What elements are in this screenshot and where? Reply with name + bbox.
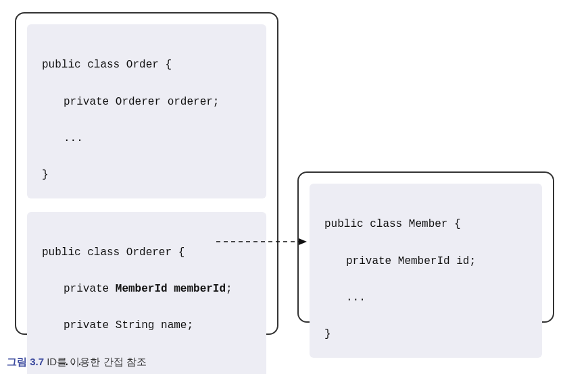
code-line: private MemberId memberId;: [42, 280, 251, 298]
bold-member-id: MemberId memberId: [116, 283, 226, 295]
diagram-area: public class Order { private Orderer ord…: [7, 7, 581, 344]
code-block-member: public class Member { private MemberId i…: [310, 184, 542, 358]
code-block-order: public class Order { private Orderer ord…: [27, 24, 266, 198]
code-line: private Orderer orderer;: [42, 93, 251, 111]
code-line: ...: [42, 130, 251, 148]
caption-text: ID를 이용한 간접 참조: [44, 356, 147, 367]
code-line: public class Orderer {: [42, 244, 251, 262]
code-block-orderer: public class Orderer { private MemberId …: [27, 212, 266, 375]
code-line: private MemberId id;: [324, 252, 527, 271]
code-line: }: [324, 325, 527, 344]
code-line: ...: [324, 289, 527, 307]
left-aggregate-box: public class Order { private Orderer ord…: [15, 12, 278, 335]
code-line: }: [42, 166, 251, 184]
code-line: public class Member {: [324, 215, 527, 234]
figure-caption: 그림 3.7 ID를 이용한 간접 참조: [7, 356, 147, 369]
code-text: ;: [226, 283, 232, 295]
caption-label: 그림 3.7: [7, 356, 44, 367]
code-text: private: [64, 283, 116, 295]
right-aggregate-box: public class Member { private MemberId i…: [297, 171, 554, 323]
code-line: public class Order {: [42, 56, 251, 74]
code-line: private String name;: [42, 317, 251, 335]
